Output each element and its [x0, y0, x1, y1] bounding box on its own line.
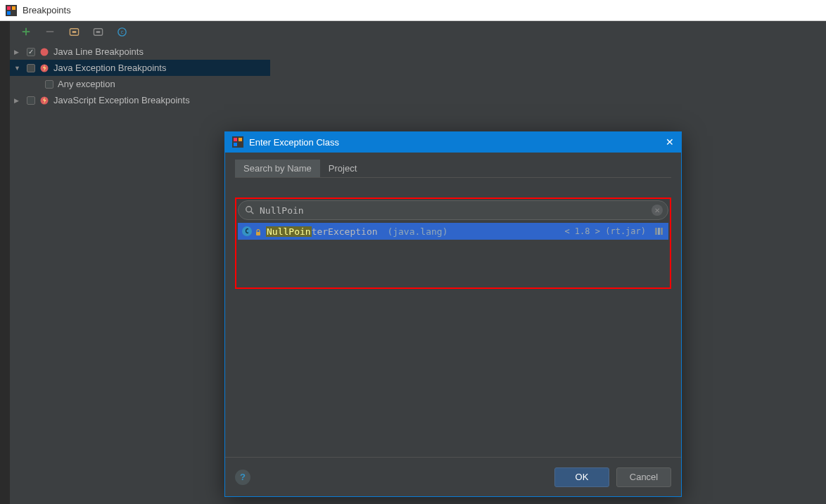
tree-checkbox[interactable]	[45, 80, 53, 89]
exception-breakpoint-icon	[39, 63, 49, 73]
clear-search-button[interactable]: ✕	[652, 205, 663, 216]
tree-label: Any exception	[58, 79, 115, 89]
library-icon	[654, 226, 664, 236]
search-highlight-region: ✕ C NullPointerException (java.lang)	[235, 198, 671, 289]
svg-rect-2	[12, 6, 15, 10]
lock-icon	[255, 228, 262, 235]
window-title: Breakpoints	[23, 5, 71, 15]
dialog-title-bar[interactable]: Enter Exception Class ✕	[225, 131, 681, 153]
view-mode-button-3[interactable]: c	[115, 25, 128, 38]
svg-rect-1	[7, 6, 11, 10]
tree-expander-icon[interactable]: ▶	[14, 49, 23, 56]
dialog-title: Enter Exception Class	[249, 137, 339, 148]
view-mode-button-2[interactable]	[91, 25, 104, 38]
left-gutter	[0, 21, 10, 504]
tree-checkbox[interactable]	[27, 96, 35, 105]
add-breakpoint-button[interactable]	[20, 25, 32, 38]
tab-project[interactable]: Project	[320, 160, 365, 177]
tree-checkbox[interactable]	[27, 64, 35, 72]
tree-item-java-exception-breakpoints[interactable]: ▼ Java Exception Breakpoints	[10, 60, 270, 76]
search-result-item[interactable]: C NullPointerException (java.lang) < 1.8…	[238, 223, 668, 240]
result-package: (java.lang)	[387, 226, 447, 237]
tree-label: JavaScript Exception Breakpoints	[53, 95, 190, 105]
svg-rect-20	[256, 232, 260, 235]
dialog-tabs: Search by Name Project	[235, 160, 671, 178]
breakpoint-circle-icon	[39, 47, 49, 57]
search-results: C NullPointerException (java.lang) < 1.8…	[238, 223, 668, 286]
result-rest: terException	[312, 226, 378, 237]
result-meta: < 1.8 > (rt.jar)	[564, 226, 646, 236]
main-panel: c ▶ Java Line Breakpoints ▼ Java Excepti…	[0, 21, 826, 504]
tree-checkbox[interactable]	[27, 48, 35, 56]
tree-label: Java Line Breakpoints	[53, 46, 144, 57]
svg-rect-6	[72, 31, 76, 33]
dialog-close-button[interactable]: ✕	[666, 136, 674, 148]
tree-label: Java Exception Breakpoints	[53, 63, 166, 73]
svg-rect-15	[234, 138, 237, 141]
cancel-button[interactable]: Cancel	[616, 467, 671, 487]
app-icon	[232, 136, 243, 148]
svg-rect-16	[239, 138, 242, 141]
svg-rect-4	[46, 31, 54, 32]
svg-rect-22	[658, 228, 660, 235]
exception-breakpoint-icon	[39, 96, 49, 105]
help-button[interactable]: ?	[235, 470, 250, 485]
svg-point-11	[41, 48, 49, 56]
breakpoints-tree: ▶ Java Line Breakpoints ▼ Java Exception…	[10, 42, 270, 108]
tree-item-java-line-breakpoints[interactable]: ▶ Java Line Breakpoints	[10, 44, 270, 60]
class-icon: C	[242, 226, 252, 236]
svg-rect-3	[7, 11, 11, 15]
svg-rect-23	[661, 228, 663, 235]
svg-text:c: c	[120, 29, 124, 35]
view-mode-button-1[interactable]	[68, 25, 80, 38]
tree-item-javascript-exception-breakpoints[interactable]: ▶ JavaScript Exception Breakpoints	[10, 92, 270, 108]
tree-expander-icon[interactable]: ▶	[14, 97, 23, 104]
tree-expander-icon[interactable]: ▼	[14, 65, 23, 72]
search-input[interactable]	[238, 200, 668, 220]
app-icon	[6, 5, 17, 16]
svg-rect-8	[96, 31, 100, 33]
svg-rect-21	[655, 228, 657, 235]
svg-rect-17	[234, 143, 237, 146]
dialog-footer: ? OK Cancel	[225, 457, 681, 496]
tab-search-by-name[interactable]: Search by Name	[235, 160, 320, 177]
window-title-bar: Breakpoints	[0, 0, 826, 21]
enter-exception-dialog: Enter Exception Class ✕ Search by Name P…	[224, 131, 682, 497]
breakpoints-toolbar: c	[10, 21, 826, 42]
remove-breakpoint-button[interactable]	[44, 25, 56, 38]
tree-item-any-exception[interactable]: Any exception	[10, 76, 270, 92]
result-match: NullPoin	[266, 226, 312, 237]
ok-button[interactable]: OK	[554, 467, 609, 487]
